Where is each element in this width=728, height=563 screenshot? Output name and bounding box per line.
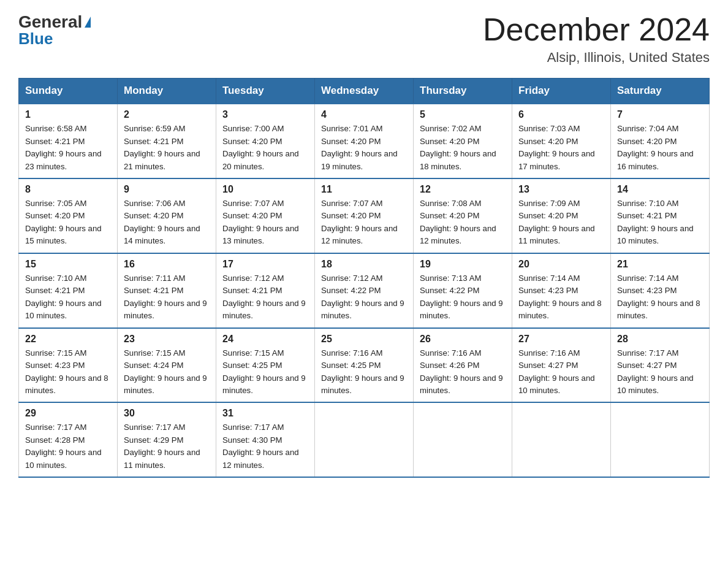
calendar-day-cell: 3Sunrise: 7:00 AMSunset: 4:20 PMDaylight…	[216, 104, 315, 178]
day-number: 29	[25, 408, 111, 419]
day-info: Sunrise: 7:14 AMSunset: 4:23 PMDaylight:…	[518, 272, 604, 323]
calendar-day-cell: 4Sunrise: 7:01 AMSunset: 4:20 PMDaylight…	[315, 104, 414, 178]
day-info: Sunrise: 7:07 AMSunset: 4:20 PMDaylight:…	[222, 197, 308, 248]
calendar-table: SundayMondayTuesdayWednesdayThursdayFrid…	[18, 78, 710, 478]
calendar-day-cell: 18Sunrise: 7:12 AMSunset: 4:22 PMDayligh…	[315, 253, 414, 328]
day-number: 17	[222, 259, 308, 270]
day-number: 18	[321, 259, 407, 270]
day-number: 19	[420, 259, 506, 270]
day-number: 6	[518, 109, 604, 120]
day-info: Sunrise: 7:04 AMSunset: 4:20 PMDaylight:…	[617, 123, 703, 173]
day-of-week-header: Wednesday	[315, 79, 414, 104]
title-section: December 2024 Alsip, Illinois, United St…	[483, 12, 710, 66]
day-number: 13	[518, 184, 604, 195]
calendar-day-cell: 12Sunrise: 7:08 AMSunset: 4:20 PMDayligh…	[414, 178, 512, 253]
day-number: 14	[617, 184, 703, 195]
day-number: 28	[617, 334, 703, 345]
calendar-week-row: 22Sunrise: 7:15 AMSunset: 4:23 PMDayligh…	[19, 328, 710, 403]
logo: General Blue	[18, 12, 91, 48]
calendar-day-cell: 17Sunrise: 7:12 AMSunset: 4:21 PMDayligh…	[216, 253, 315, 328]
calendar-day-cell: 10Sunrise: 7:07 AMSunset: 4:20 PMDayligh…	[216, 178, 315, 253]
day-info: Sunrise: 7:10 AMSunset: 4:21 PMDaylight:…	[617, 197, 703, 248]
calendar-day-cell: 20Sunrise: 7:14 AMSunset: 4:23 PMDayligh…	[512, 253, 611, 328]
day-number: 16	[124, 259, 210, 270]
day-info: Sunrise: 7:13 AMSunset: 4:22 PMDaylight:…	[420, 272, 506, 323]
logo-triangle-icon	[85, 17, 91, 28]
calendar-week-row: 8Sunrise: 7:05 AMSunset: 4:20 PMDaylight…	[19, 178, 710, 253]
calendar-day-cell: 7Sunrise: 7:04 AMSunset: 4:20 PMDaylight…	[611, 104, 710, 178]
day-info: Sunrise: 7:11 AMSunset: 4:21 PMDaylight:…	[124, 272, 210, 323]
day-number: 26	[420, 334, 506, 345]
day-info: Sunrise: 7:16 AMSunset: 4:27 PMDaylight:…	[518, 347, 604, 397]
day-info: Sunrise: 7:12 AMSunset: 4:21 PMDaylight:…	[222, 272, 308, 323]
day-info: Sunrise: 7:17 AMSunset: 4:29 PMDaylight:…	[124, 421, 210, 472]
day-info: Sunrise: 7:15 AMSunset: 4:23 PMDaylight:…	[25, 347, 111, 397]
calendar-day-cell: 29Sunrise: 7:17 AMSunset: 4:28 PMDayligh…	[19, 402, 118, 477]
day-info: Sunrise: 7:06 AMSunset: 4:20 PMDaylight:…	[124, 197, 210, 248]
day-number: 4	[321, 109, 407, 120]
calendar-day-cell: 11Sunrise: 7:07 AMSunset: 4:20 PMDayligh…	[315, 178, 414, 253]
calendar-day-cell: 26Sunrise: 7:16 AMSunset: 4:26 PMDayligh…	[414, 328, 512, 403]
day-number: 20	[518, 259, 604, 270]
day-number: 9	[124, 184, 210, 195]
calendar-day-cell: 6Sunrise: 7:03 AMSunset: 4:20 PMDaylight…	[512, 104, 611, 178]
calendar-day-cell: 31Sunrise: 7:17 AMSunset: 4:30 PMDayligh…	[216, 402, 315, 477]
day-number: 10	[222, 184, 308, 195]
day-info: Sunrise: 7:17 AMSunset: 4:28 PMDaylight:…	[25, 421, 111, 472]
day-info: Sunrise: 7:17 AMSunset: 4:30 PMDaylight:…	[222, 421, 308, 472]
day-info: Sunrise: 7:09 AMSunset: 4:20 PMDaylight:…	[518, 197, 604, 248]
calendar-day-cell: 2Sunrise: 6:59 AMSunset: 4:21 PMDaylight…	[118, 104, 216, 178]
calendar-day-cell	[512, 402, 611, 477]
calendar-day-cell: 15Sunrise: 7:10 AMSunset: 4:21 PMDayligh…	[19, 253, 118, 328]
day-number: 12	[420, 184, 506, 195]
calendar-day-cell: 22Sunrise: 7:15 AMSunset: 4:23 PMDayligh…	[19, 328, 118, 403]
calendar-day-cell: 5Sunrise: 7:02 AMSunset: 4:20 PMDaylight…	[414, 104, 512, 178]
day-info: Sunrise: 6:58 AMSunset: 4:21 PMDaylight:…	[25, 123, 111, 173]
day-info: Sunrise: 7:03 AMSunset: 4:20 PMDaylight:…	[518, 123, 604, 173]
day-info: Sunrise: 7:16 AMSunset: 4:25 PMDaylight:…	[321, 347, 407, 397]
calendar-week-row: 29Sunrise: 7:17 AMSunset: 4:28 PMDayligh…	[19, 402, 710, 477]
day-info: Sunrise: 7:02 AMSunset: 4:20 PMDaylight:…	[420, 123, 506, 173]
day-info: Sunrise: 7:01 AMSunset: 4:20 PMDaylight:…	[321, 123, 407, 173]
day-number: 24	[222, 334, 308, 345]
day-info: Sunrise: 7:00 AMSunset: 4:20 PMDaylight:…	[222, 123, 308, 173]
day-of-week-header: Friday	[512, 79, 611, 104]
day-info: Sunrise: 7:05 AMSunset: 4:20 PMDaylight:…	[25, 197, 111, 248]
day-of-week-header: Sunday	[19, 79, 118, 104]
day-of-week-header: Tuesday	[216, 79, 315, 104]
day-number: 22	[25, 334, 111, 345]
calendar-day-cell: 24Sunrise: 7:15 AMSunset: 4:25 PMDayligh…	[216, 328, 315, 403]
day-number: 8	[25, 184, 111, 195]
day-number: 31	[222, 408, 308, 419]
day-number: 11	[321, 184, 407, 195]
calendar-day-cell	[611, 402, 710, 477]
day-of-week-header: Saturday	[611, 79, 710, 104]
day-info: Sunrise: 7:15 AMSunset: 4:24 PMDaylight:…	[124, 347, 210, 397]
calendar-day-cell	[315, 402, 414, 477]
logo-blue-text: Blue	[18, 29, 53, 48]
day-number: 25	[321, 334, 407, 345]
day-info: Sunrise: 6:59 AMSunset: 4:21 PMDaylight:…	[124, 123, 210, 173]
calendar-day-cell: 1Sunrise: 6:58 AMSunset: 4:21 PMDaylight…	[19, 104, 118, 178]
calendar-header-row: SundayMondayTuesdayWednesdayThursdayFrid…	[19, 79, 710, 104]
day-info: Sunrise: 7:08 AMSunset: 4:20 PMDaylight:…	[420, 197, 506, 248]
day-info: Sunrise: 7:14 AMSunset: 4:23 PMDaylight:…	[617, 272, 703, 323]
calendar-day-cell: 16Sunrise: 7:11 AMSunset: 4:21 PMDayligh…	[118, 253, 216, 328]
day-number: 5	[420, 109, 506, 120]
day-info: Sunrise: 7:16 AMSunset: 4:26 PMDaylight:…	[420, 347, 506, 397]
day-number: 21	[617, 259, 703, 270]
day-info: Sunrise: 7:17 AMSunset: 4:27 PMDaylight:…	[617, 347, 703, 397]
calendar-day-cell: 19Sunrise: 7:13 AMSunset: 4:22 PMDayligh…	[414, 253, 512, 328]
calendar-day-cell: 8Sunrise: 7:05 AMSunset: 4:20 PMDaylight…	[19, 178, 118, 253]
calendar-day-cell: 21Sunrise: 7:14 AMSunset: 4:23 PMDayligh…	[611, 253, 710, 328]
day-info: Sunrise: 7:12 AMSunset: 4:22 PMDaylight:…	[321, 272, 407, 323]
day-number: 27	[518, 334, 604, 345]
month-title: December 2024	[483, 12, 710, 47]
day-number: 2	[124, 109, 210, 120]
day-number: 1	[25, 109, 111, 120]
calendar-day-cell: 25Sunrise: 7:16 AMSunset: 4:25 PMDayligh…	[315, 328, 414, 403]
calendar-day-cell: 23Sunrise: 7:15 AMSunset: 4:24 PMDayligh…	[118, 328, 216, 403]
day-of-week-header: Monday	[118, 79, 216, 104]
calendar-day-cell: 30Sunrise: 7:17 AMSunset: 4:29 PMDayligh…	[118, 402, 216, 477]
calendar-day-cell: 28Sunrise: 7:17 AMSunset: 4:27 PMDayligh…	[611, 328, 710, 403]
